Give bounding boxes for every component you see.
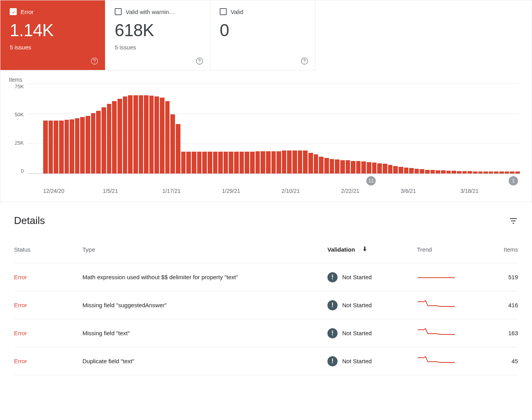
chart-bar[interactable] — [324, 158, 329, 173]
chart-bar[interactable] — [346, 160, 350, 173]
chart-bar[interactable] — [383, 164, 387, 173]
chart-bar[interactable] — [292, 150, 297, 173]
status-card-valid-warnings[interactable]: Valid with warnin… 618K 5 issues — [105, 0, 210, 70]
chart-bar[interactable] — [494, 172, 499, 173]
chart-marker[interactable]: 11 — [366, 176, 376, 186]
chart-bar[interactable] — [473, 172, 478, 173]
chart-bar[interactable] — [425, 170, 430, 173]
chart-bar[interactable] — [91, 113, 96, 173]
col-header-status[interactable]: Status — [14, 246, 82, 253]
chart-bar[interactable] — [457, 171, 462, 173]
chart-plot[interactable]: 111 — [28, 84, 520, 174]
chart-bar[interactable] — [276, 151, 281, 173]
chart-bar[interactable] — [420, 169, 424, 173]
table-row[interactable]: ErrorMath expression used without $$ del… — [14, 263, 518, 291]
chart-bar[interactable] — [441, 170, 446, 173]
chart-bar[interactable] — [478, 172, 483, 173]
status-card-error[interactable]: Error 1.14K 5 issues — [0, 0, 105, 70]
chart-marker[interactable]: 1 — [509, 176, 518, 186]
chart-bar[interactable] — [256, 151, 260, 173]
chart-bar[interactable] — [261, 151, 265, 173]
chart-bar[interactable] — [467, 171, 472, 173]
chart-bar[interactable] — [436, 170, 440, 173]
chart-bar[interactable] — [287, 150, 292, 173]
chart-bar[interactable] — [361, 161, 366, 173]
chart-bar[interactable] — [430, 170, 435, 173]
chart-bar[interactable] — [330, 159, 334, 173]
chart-bar[interactable] — [483, 172, 488, 173]
chart-bar[interactable] — [160, 98, 164, 173]
chart-bar[interactable] — [197, 152, 202, 173]
chart-bar[interactable] — [75, 118, 80, 173]
chart-bar[interactable] — [282, 150, 287, 173]
chart-bar[interactable] — [70, 119, 74, 173]
chart-bar[interactable] — [367, 162, 371, 173]
chart-bar[interactable] — [266, 151, 271, 173]
chart-bar[interactable] — [271, 151, 276, 173]
chart-bar[interactable] — [117, 99, 122, 173]
chart-bar[interactable] — [59, 121, 64, 173]
chart-bar[interactable] — [446, 171, 451, 173]
chart-bar[interactable] — [452, 171, 456, 173]
chart-bar[interactable] — [250, 152, 255, 173]
table-row[interactable]: ErrorMissing field "suggestedAnswer"!Not… — [14, 291, 518, 319]
chart-bar[interactable] — [86, 116, 90, 173]
chart-bar[interactable] — [186, 152, 191, 173]
col-header-items[interactable]: Items — [479, 246, 518, 253]
chart-bar[interactable] — [351, 161, 355, 173]
chart-bar[interactable] — [54, 121, 58, 173]
chart-bar[interactable] — [128, 95, 133, 173]
chart-bar[interactable] — [415, 169, 419, 173]
chart-bar[interactable] — [165, 101, 170, 173]
chart-bar[interactable] — [340, 160, 345, 173]
chart-bar[interactable] — [144, 95, 149, 173]
col-header-validation[interactable]: Validation — [327, 245, 417, 254]
chart-bar[interactable] — [107, 104, 112, 173]
chart-bar[interactable] — [298, 150, 303, 173]
chart-bar[interactable] — [505, 172, 509, 173]
chart-bar[interactable] — [123, 96, 128, 173]
chart-bar[interactable] — [202, 152, 207, 173]
chart-bar[interactable] — [154, 96, 159, 173]
chart-bar[interactable] — [335, 159, 340, 173]
chart-bar[interactable] — [372, 163, 377, 173]
help-icon[interactable] — [300, 57, 309, 65]
chart-bar[interactable] — [515, 172, 520, 173]
chart-bar[interactable] — [377, 163, 382, 173]
chart-bar[interactable] — [314, 154, 318, 173]
status-card-valid[interactable]: Valid 0 — [210, 0, 315, 70]
chart-bar[interactable] — [303, 150, 308, 173]
chart-bar[interactable] — [245, 152, 249, 173]
chart-bar[interactable] — [102, 107, 106, 173]
chart-bar[interactable] — [240, 152, 244, 173]
chart-bar[interactable] — [218, 152, 223, 173]
chart-bar[interactable] — [112, 101, 117, 173]
chart-bar[interactable] — [139, 95, 144, 173]
chart-bar[interactable] — [181, 152, 186, 173]
chart-bar[interactable] — [499, 172, 504, 173]
table-row[interactable]: ErrorDuplicate field "text"!Not Started4… — [14, 347, 518, 375]
chart-bar[interactable] — [489, 172, 494, 173]
chart-bar[interactable] — [224, 152, 228, 173]
chart-bar[interactable] — [319, 157, 324, 173]
help-icon[interactable] — [90, 57, 99, 65]
chart-bar[interactable] — [404, 168, 409, 173]
chart-bar[interactable] — [356, 161, 361, 173]
chart-bar[interactable] — [176, 124, 180, 173]
chart-bar[interactable] — [234, 152, 239, 173]
chart-bar[interactable] — [49, 121, 53, 173]
chart-bar[interactable] — [80, 117, 85, 173]
chart-bar[interactable] — [43, 121, 48, 173]
chart-bar[interactable] — [96, 111, 101, 173]
chart-bar[interactable] — [388, 165, 393, 173]
chart-bar[interactable] — [149, 96, 154, 173]
table-row[interactable]: ErrorMissing field "text"!Not Started163 — [14, 319, 518, 347]
chart-bar[interactable] — [213, 152, 218, 173]
help-icon[interactable] — [195, 57, 204, 65]
chart-bar[interactable] — [170, 114, 175, 173]
col-header-type[interactable]: Type — [82, 246, 327, 253]
chart-bar[interactable] — [399, 167, 403, 173]
chart-bar[interactable] — [308, 153, 313, 173]
col-header-trend[interactable]: Trend — [417, 246, 479, 253]
chart-bar[interactable] — [510, 172, 514, 173]
